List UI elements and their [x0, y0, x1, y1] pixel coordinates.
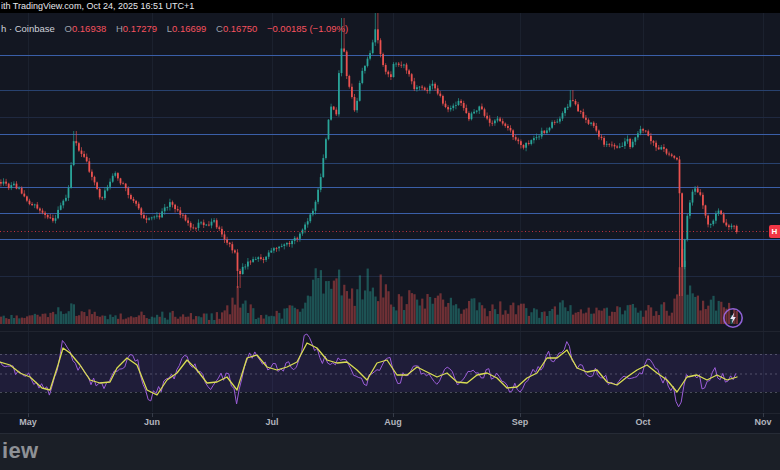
close-label: C [216, 23, 223, 34]
x-axis-label: Jul [265, 417, 278, 427]
x-axis-label: Nov [754, 417, 771, 427]
open-label: O [65, 23, 72, 34]
attribution-text: ith TradingView.com, Oct 24, 2025 16:51 … [1, 1, 194, 11]
volume-bars [0, 249, 738, 324]
price-label-badge: H [769, 225, 780, 238]
bottom-bar [0, 433, 780, 470]
price-label-text: H [772, 227, 778, 236]
change-value: −0.00185 (−1.09%) [267, 23, 348, 34]
open-value: 0.16938 [72, 23, 106, 34]
x-axis-label: Sep [512, 417, 529, 427]
high-value: 0.17279 [123, 23, 157, 34]
close-value: 0.16750 [223, 23, 257, 34]
vertical-grid-lines [29, 13, 764, 412]
symbol-name: h · Coinbase [1, 23, 55, 34]
low-value: 0.16699 [172, 23, 206, 34]
x-axis-label: Jun [144, 417, 160, 427]
lightning-boost-button[interactable] [722, 307, 744, 329]
horizontal-level-lines [0, 56, 780, 277]
x-axis-label: Aug [384, 417, 402, 427]
high-label: H [116, 23, 123, 34]
x-axis-label: May [19, 417, 37, 427]
attribution-bar: ith TradingView.com, Oct 24, 2025 16:51 … [0, 0, 780, 13]
oscillator-pane [0, 334, 780, 407]
x-axis-label: Oct [635, 417, 650, 427]
ohlc-legend: h · Coinbase O0.16938 H0.17279 L0.16699 … [1, 23, 348, 34]
lightning-bolt-icon [730, 313, 736, 324]
chart-canvas [0, 0, 780, 470]
tradingview-watermark: iew [2, 438, 38, 464]
